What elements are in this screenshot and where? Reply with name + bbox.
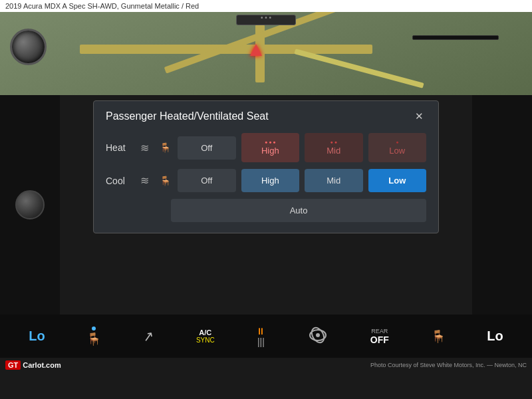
- heat-seat-silhouette: 🪑: [158, 142, 172, 153]
- gt-logo-badge: GT: [5, 360, 21, 370]
- cool-seat-silhouette: 🪑: [158, 176, 172, 186]
- heat-low-label: Low: [389, 146, 405, 156]
- page-title: 2019 Acura MDX A Spec SH-AWD, Gunmetal M…: [5, 2, 199, 10]
- rear-defrost-control[interactable]: REAR OFF: [370, 328, 389, 345]
- seat-icon: 🪑: [86, 332, 101, 346]
- heat-low-button[interactable]: ● Low: [368, 133, 427, 162]
- sync-label: SYNC: [196, 336, 215, 344]
- screen-header: Passenger Heated/Ventilated Seat ✕: [106, 110, 426, 122]
- lo-left-value: Lo: [29, 329, 45, 344]
- vent-icon: [307, 325, 329, 346]
- seat-heat-right-icon: 🪑: [431, 330, 446, 343]
- recline-control[interactable]: ↗: [143, 329, 154, 344]
- cool-seat-icon: ≋: [136, 174, 152, 187]
- ac-label: A/C: [199, 329, 211, 336]
- photo-credit: Photo Courtesy of Steve White Motors, In…: [370, 362, 527, 368]
- navigation-map-area: • • •: [0, 12, 532, 95]
- vent-control[interactable]: [307, 325, 329, 348]
- volume-knob[interactable]: [10, 29, 47, 65]
- cool-low-button[interactable]: Low: [368, 169, 427, 192]
- recline-icon: ↗: [142, 327, 156, 345]
- dots-indicator: • • •: [261, 14, 271, 21]
- heat-mid-button[interactable]: ● ● Mid: [305, 133, 363, 162]
- lo-left-display: Lo: [29, 329, 45, 344]
- seat-heat-right-control[interactable]: 🪑: [431, 329, 446, 344]
- rear-label: REAR: [371, 328, 388, 334]
- bottom-control-bar: Lo 🪑 ↗ A/C SYNC ⏸ ||| REAR OFF 🪑: [0, 315, 532, 358]
- seat-heat-control[interactable]: 🪑: [86, 327, 101, 346]
- left-side-panel: [0, 95, 60, 315]
- main-controls-area: Passenger Heated/Ventilated Seat ✕ Heat …: [0, 95, 532, 315]
- auto-button[interactable]: Auto: [171, 199, 426, 222]
- page-header: 2019 Acura MDX A Spec SH-AWD, Gunmetal M…: [0, 0, 532, 12]
- fan-control[interactable]: ⏸ |||: [256, 326, 265, 347]
- left-knob[interactable]: [15, 190, 45, 219]
- cool-row: Cool ≋ 🪑 Off High Mid Low: [106, 169, 426, 192]
- heat-off-button[interactable]: Off: [178, 136, 236, 160]
- cool-off-button[interactable]: Off: [178, 169, 236, 192]
- cool-high-button[interactable]: High: [241, 169, 300, 192]
- lo-right-value: Lo: [487, 329, 503, 344]
- heat-seat-icon: ≋: [136, 142, 152, 154]
- close-button[interactable]: ✕: [412, 110, 426, 122]
- touchscreen-panel: Passenger Heated/Ventilated Seat ✕ Heat …: [93, 100, 439, 233]
- heat-row: Heat ≋ 🪑 Off ● ● ● High ● ●: [106, 133, 426, 162]
- carlot-text: Carlot.com: [23, 361, 61, 369]
- heat-mid-label: Mid: [327, 146, 340, 156]
- cool-mid-button[interactable]: Mid: [305, 169, 363, 192]
- right-side-panel: [472, 95, 532, 315]
- auto-row: Auto: [106, 199, 426, 222]
- blue-indicator: [92, 327, 96, 331]
- rear-off-value: OFF: [370, 334, 389, 345]
- lo-right-display: Lo: [487, 329, 503, 344]
- fan-bars: |||: [257, 336, 265, 347]
- ac-sync-control[interactable]: A/C SYNC: [196, 329, 215, 344]
- heat-high-button[interactable]: ● ● ● High: [241, 133, 300, 162]
- watermark-bar: GT Carlot.com Photo Courtesy of Steve Wh…: [0, 358, 532, 372]
- media-slot: [412, 35, 499, 40]
- heat-high-label: High: [261, 146, 279, 156]
- svg-point-2: [316, 333, 320, 337]
- screen-title: Passenger Heated/Ventilated Seat: [106, 110, 269, 122]
- cool-label: Cool: [106, 176, 131, 186]
- nav-arrow: [250, 44, 262, 56]
- gtcarlot-logo: GT Carlot.com: [5, 360, 61, 370]
- heat-label: Heat: [106, 142, 131, 153]
- pause-icon: ⏸: [256, 326, 265, 336]
